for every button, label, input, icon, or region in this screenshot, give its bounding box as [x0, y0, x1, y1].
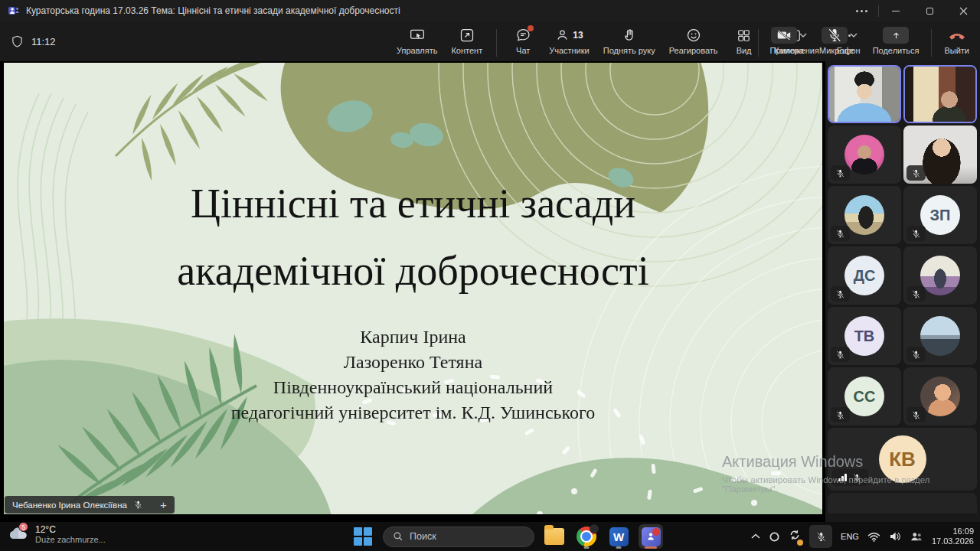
windows-taskbar: 5 12°C Duże zachmurze... Поиск W: [0, 522, 980, 551]
chrome-icon: [577, 527, 596, 546]
meeting-stage: Ціннісні та етичні засади академічної до…: [0, 61, 980, 522]
react-button[interactable]: Реагировать: [665, 24, 723, 57]
manage-button[interactable]: Управлять: [392, 24, 442, 57]
signal-strength-icon: [838, 474, 847, 481]
maximize-button[interactable]: [913, 0, 946, 21]
camera-chevron-icon[interactable]: [799, 33, 807, 37]
tray-chevron-up-icon[interactable]: [751, 533, 760, 540]
close-button[interactable]: [946, 0, 980, 21]
shared-presentation-slide: Ціннісні та етичні засади академічної до…: [4, 63, 822, 514]
participant-avatar-tile[interactable]: [828, 126, 901, 184]
participant-avatar-tile[interactable]: [903, 367, 977, 425]
chat-button[interactable]: Чат: [506, 24, 540, 57]
participant-mic-off-icon: [906, 286, 926, 302]
tray-mic-off-button[interactable]: [809, 525, 832, 548]
participant-tile-partial[interactable]: [828, 493, 977, 514]
file-explorer-button[interactable]: [542, 524, 567, 549]
weather-widget[interactable]: 5 12°C Duże zachmurze...: [8, 524, 106, 544]
share-button[interactable]: Поделиться: [868, 24, 924, 57]
word-button[interactable]: W: [606, 524, 631, 549]
app-running-indicator: [584, 546, 590, 549]
content-button[interactable]: Контент: [446, 24, 487, 57]
camera-button[interactable]: Камера: [766, 24, 812, 57]
share-content-icon: [459, 27, 475, 44]
participant-status-badges: [832, 469, 868, 486]
start-button[interactable]: [351, 524, 375, 549]
search-icon: [393, 531, 403, 542]
taskbar-search[interactable]: Поиск: [383, 527, 534, 547]
teams-icon: [642, 527, 661, 546]
weather-alert-badge: 5: [18, 522, 28, 532]
participant-video-tile[interactable]: [903, 126, 977, 184]
language-indicator[interactable]: ENG: [841, 532, 859, 541]
participant-mic-off-icon: [831, 226, 850, 241]
taskbar-clock[interactable]: 16:09 17.03.2026: [932, 527, 974, 546]
slide-org-line2: педагогічний університет ім. К.Д. Ушинсь…: [4, 400, 822, 425]
mic-button[interactable]: Микрофон: [815, 24, 865, 57]
tray-time: 16:09: [932, 527, 974, 536]
search-placeholder: Поиск: [410, 531, 436, 542]
participant-initials: ДС: [844, 256, 884, 295]
participants-count: 13: [573, 30, 583, 41]
leave-button[interactable]: Выйти: [939, 24, 974, 57]
participant-initials-tile[interactable]: СС: [828, 367, 901, 425]
participant-avatar-tile[interactable]: [828, 186, 901, 244]
participant-avatar-photo: [920, 256, 960, 295]
participant-mic-off-icon: [831, 286, 850, 302]
window-titlebar: Кураторська година 17.03.26 Тема: Цінніс…: [0, 0, 980, 21]
folder-icon: [544, 528, 564, 545]
grid-view-icon: [737, 27, 751, 44]
meeting-timer: 11:12: [31, 36, 56, 47]
titlebar-more-button[interactable]: [844, 0, 878, 21]
weather-cloud-icon: 5: [8, 525, 29, 543]
participant-initials-tile[interactable]: ТВ: [828, 307, 901, 365]
leave-label: Выйти: [944, 46, 969, 55]
participants-button[interactable]: 13 Участники: [544, 24, 594, 57]
weather-temp: 12°C: [35, 524, 106, 535]
participant-video-tile[interactable]: [903, 65, 977, 123]
raise-hand-icon: [622, 27, 637, 44]
onedrive-ring-icon[interactable]: [769, 531, 780, 543]
mic-chevron-icon[interactable]: [850, 33, 858, 37]
tray-people-icon[interactable]: [910, 531, 923, 542]
toolbar-divider: [758, 29, 759, 57]
participant-mic-off-icon: [906, 226, 926, 241]
chat-icon: [515, 27, 531, 44]
raise-hand-button[interactable]: Поднять руку: [599, 24, 660, 57]
participants-label: Участники: [549, 46, 590, 55]
meeting-info: 11:12: [11, 21, 56, 61]
sync-status-icon[interactable]: [789, 529, 801, 544]
participant-mic-off-icon: [906, 347, 926, 362]
wifi-icon[interactable]: [867, 532, 880, 542]
participant-mic-off-icon: [852, 473, 862, 483]
participant-avatar-tile[interactable]: [903, 307, 977, 365]
pin-plus-icon[interactable]: +: [160, 499, 167, 510]
slide-title: Ціннісні та етичні засади академічної до…: [4, 170, 822, 305]
participant-mic-off-icon: [831, 347, 850, 362]
minimize-button[interactable]: [879, 0, 913, 21]
participant-initials-tile[interactable]: ЗП: [903, 186, 977, 244]
slide-org-line1: Південноукраїнський національний: [4, 375, 822, 400]
participant-avatar-photo: [920, 377, 960, 416]
participant-avatar-tile[interactable]: [903, 246, 977, 305]
mic-label: Микрофон: [819, 46, 861, 55]
manage-label: Управлять: [397, 46, 437, 55]
window-controls: [844, 0, 980, 21]
volume-icon[interactable]: [889, 531, 901, 542]
participant-video-tile[interactable]: [828, 65, 901, 123]
slide-subtitle: Карпич Ірина Лазоренко Тетяна Південноук…: [4, 324, 822, 425]
participant-initials-tile[interactable]: ДС: [828, 246, 901, 305]
participant-mic-off-icon: [906, 407, 926, 422]
screen-control-icon: [409, 27, 426, 44]
minimize-icon: [892, 11, 900, 11]
chrome-button[interactable]: [574, 524, 599, 549]
participant-initials-tile-wide[interactable]: КВ: [828, 428, 977, 491]
presenter-mic-off-icon: [133, 500, 143, 510]
slide-author1: Карпич Ірина: [4, 324, 822, 350]
teams-button[interactable]: [639, 524, 663, 549]
sync-alert-dot: [797, 540, 803, 546]
hang-up-icon: [948, 27, 966, 44]
taskbar-center: Поиск W: [351, 522, 663, 551]
window-title: Кураторська година 17.03.26 Тема: Цінніс…: [26, 5, 400, 16]
participant-mic-off-icon: [831, 165, 850, 181]
